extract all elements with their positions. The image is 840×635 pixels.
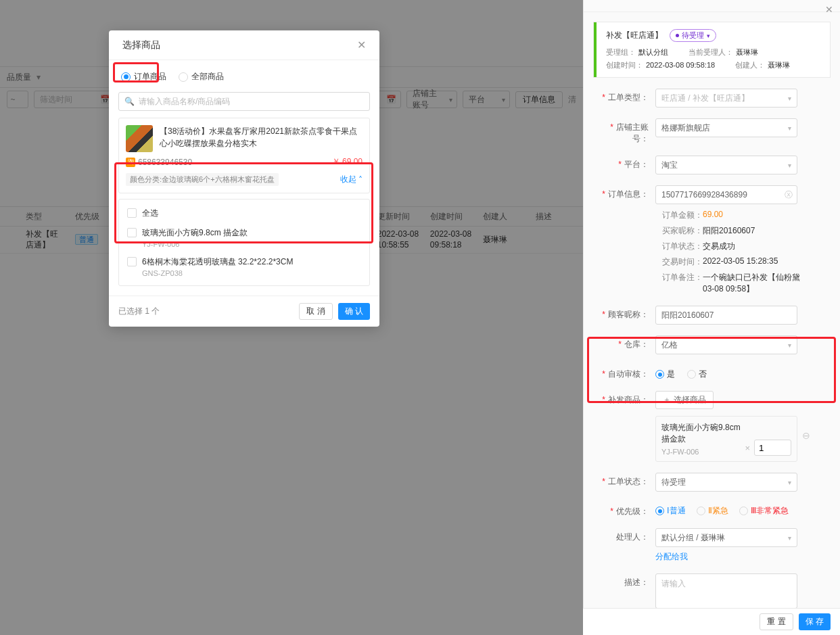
radio-order-products[interactable]: 订单商品 [121,71,166,83]
product-price: ￥ 69.00 [332,156,363,168]
nickname-input[interactable]: 阳阳20160607 [655,306,797,325]
checkbox[interactable] [127,208,137,218]
order-details: 订单金额：69.00 买家昵称：阳阳20160607 订单状态：交易成功 交易时… [662,210,828,295]
sku-panel: 全选 玻璃光面小方碗9.8cm 描金款 YJ-FW-006 6格桐木海棠花透明玻… [118,199,370,286]
priority-very-urgent[interactable]: Ⅲ非常紧急 [739,505,789,517]
qty-input[interactable] [754,440,791,456]
close-icon[interactable]: ✕ [357,39,366,51]
meta-creator: 创建人：聂琳琳 [735,60,790,70]
ticket-status-select[interactable]: 待受理 [655,473,797,492]
auto-review-yes[interactable]: 是 [655,369,675,380]
reset-button[interactable]: 重 置 [760,613,793,630]
product-title: 【38活动价】水果盘客厅家用2021新款茶点零食干果点心小吃碟摆放果盘分格实木 [160,125,363,152]
detail-panel: ✕ 补发【旺店通】 待受理 受理组：默认分组 当前受理人：聂琳琳 创建时间：20… [583,0,840,635]
chevron-up-icon: ˄ [358,175,363,185]
product-thumbnail [126,125,153,152]
checkbox[interactable] [127,257,137,266]
save-button[interactable]: 保 存 [799,613,831,630]
priority-normal[interactable]: Ⅰ普通 [655,505,686,517]
select-all-row[interactable]: 全选 [119,204,369,223]
confirm-button[interactable]: 确 认 [338,303,370,320]
clear-icon[interactable]: ⓧ [785,189,793,201]
product-attr: 颜色分类:金边玻璃碗6个+六格桐木窗花托盘 [126,173,279,186]
sku-row[interactable]: 玻璃光面小方碗9.8cm 描金款 YJ-FW-006 [119,223,369,252]
collapse-link[interactable]: 收起˄ [340,174,363,185]
search-icon: 🔍 [124,97,135,106]
select-product-modal: 选择商品 ✕ 订单商品 全部商品 🔍 请输入商品名称/商品编码 【38活动价】水… [109,30,379,327]
cancel-button[interactable]: 取 消 [299,303,332,320]
ticket-card: 补发【旺店通】 待受理 受理组：默认分组 当前受理人：聂琳琳 创建时间：2022… [593,22,831,78]
meta-assignee: 当前受理人：聂琳琳 [689,47,758,57]
order-input[interactable]: 1507717669928436899ⓧ [655,185,797,204]
shop-select[interactable]: 格娜斯旗舰店 [655,118,797,137]
description-textarea[interactable]: 请输入 [655,573,797,609]
meta-ctime: 创建时间：2022-03-08 09:58:18 [606,60,715,70]
warehouse-select[interactable]: 亿格 [655,335,797,354]
plus-icon: ＋ [663,394,671,406]
ticket-type-select[interactable]: 旺店通 / 补发【旺店通】 [655,89,797,108]
handler-select[interactable]: 默认分组 / 聂琳琳 [655,528,797,547]
ticket-form: 工单类型： 旺店通 / 补发【旺店通】 店铺主账号： 格娜斯旗舰店 平台： 淘宝… [584,89,840,635]
radio-all-products[interactable]: 全部商品 [179,71,224,83]
assign-to-me-link[interactable]: 分配给我 [655,551,688,563]
product-id: 淘658633946530 [126,158,192,167]
selected-sku: 玻璃光面小方碗9.8cm 描金款 YJ-FW-006 × ⊖ [655,416,797,462]
delete-icon[interactable]: ⊖ [802,430,810,441]
drawer-footer: 重 置 保 存 [583,608,840,635]
priority-urgent[interactable]: Ⅱ紧急 [697,505,728,517]
platform-select[interactable]: 淘宝 [655,156,797,174]
panel-header: ✕ [584,0,840,12]
sku-row[interactable]: 6格桐木海棠花透明玻璃盘 32.2*22.2*3CM GNS-ZP038 [119,252,369,281]
checkbox[interactable] [127,228,137,237]
selected-count: 已选择 1 个 [118,306,160,317]
status-pill[interactable]: 待受理 [670,29,716,42]
choose-product-button[interactable]: ＋选择商品 [655,391,714,409]
product-search-input[interactable]: 🔍 请输入商品名称/商品编码 [118,92,370,111]
auto-review-no[interactable]: 否 [687,369,707,380]
card-title: 补发【旺店通】 [606,30,663,41]
meta-group: 受理组：默认分组 [606,47,668,57]
remove-sku-icon[interactable]: × [745,443,750,453]
product-card: 【38活动价】水果盘客厅家用2021新款茶点零食干果点心小吃碟摆放果盘分格实木 … [118,118,370,193]
modal-title: 选择商品 [122,39,160,51]
close-icon[interactable]: ✕ [825,4,833,15]
